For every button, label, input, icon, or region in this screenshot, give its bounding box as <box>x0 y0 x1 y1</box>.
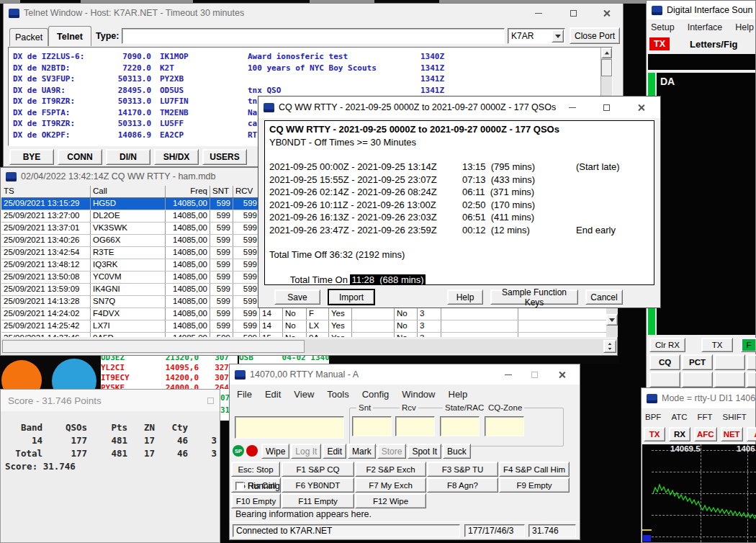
type-input[interactable] <box>122 28 505 44</box>
mode-toggle-button[interactable]: TX <box>644 427 665 441</box>
telnet-command-button[interactable]: BYE <box>9 149 54 165</box>
log-column-header[interactable]: SNT <box>210 186 233 197</box>
rtty-action-button[interactable]: Mark <box>348 444 376 459</box>
spectrum-display[interactable]: 14069.5 1406 <box>652 444 756 542</box>
di-macro-pct-button[interactable]: PCT <box>682 354 713 370</box>
sample-function-keys-button[interactable]: Sample Function Keys <box>490 290 578 305</box>
telnet-command-button[interactable]: DI/N <box>106 149 150 165</box>
snt-field[interactable] <box>352 416 392 436</box>
bandmap-entry[interactable]: IT9ECY 14200,0 307 <box>101 373 238 383</box>
scroll-down-button[interactable] <box>606 314 618 326</box>
mode-menu-item[interactable]: BPF <box>645 413 661 421</box>
minimize-button[interactable] <box>526 4 551 22</box>
function-key-button[interactable]: F2 S&P Exch <box>355 462 426 477</box>
telnet-titlebar[interactable]: Telnet Window - Host: K7AR.NET - Timeout… <box>4 4 623 22</box>
function-key-button[interactable]: F6 YB0NDT <box>282 477 354 493</box>
di-menu-item[interactable]: Interface <box>688 22 723 32</box>
function-key-button[interactable]: F8 Agn? <box>427 477 498 493</box>
log-row[interactable]: 25/09/2021 14:27:46 9A5D 14085,00 599 59… <box>1 333 606 337</box>
di-macro-empty-button[interactable] <box>747 354 756 370</box>
mode-toggle-button[interactable]: A <box>747 427 756 441</box>
function-key-button[interactable]: F12 Wipe <box>355 493 426 508</box>
rtty-menu-item[interactable]: Help <box>449 389 468 400</box>
function-key-button[interactable]: F3 S&P TU <box>427 462 498 477</box>
cancel-button[interactable]: Cancel <box>585 290 623 305</box>
sp-indicator[interactable]: SP <box>233 445 244 457</box>
log-column-header[interactable]: Freq <box>166 186 210 197</box>
telnet-command-button[interactable]: USERS <box>202 149 247 165</box>
mode-toggle-button[interactable]: RX <box>669 427 690 441</box>
function-key-button[interactable]: F11 Empty <box>282 493 354 508</box>
function-key-button[interactable]: F1 S&P CQ <box>282 462 354 477</box>
zone-field[interactable] <box>485 416 524 436</box>
rtty-menu-item[interactable]: File <box>237 389 252 400</box>
scroll-up-button[interactable] <box>601 48 612 58</box>
score-titlebar[interactable]: Score - 31.746 Points <box>1 390 220 411</box>
close-button[interactable] <box>594 4 618 22</box>
maximize-button[interactable] <box>594 97 618 118</box>
tx-indicator[interactable] <box>246 445 258 457</box>
callsign-field[interactable] <box>235 416 344 439</box>
di-macro-empty-button[interactable] <box>714 372 745 387</box>
tab-telnet[interactable]: Telnet <box>48 26 91 46</box>
di-menu-item[interactable]: Help <box>735 22 754 32</box>
telegram-icon[interactable] <box>52 359 96 392</box>
function-key-button[interactable]: F10 Empty <box>231 493 281 508</box>
di-macro-empty-button[interactable] <box>714 354 745 370</box>
score-window-button[interactable] <box>201 390 220 411</box>
mode-menu-item[interactable]: ATC <box>671 413 687 421</box>
port-combobox[interactable]: K7AR <box>508 28 565 44</box>
firefox-icon[interactable] <box>1 360 42 392</box>
mode-toggle-button[interactable]: AFC <box>694 427 717 441</box>
log-column-header[interactable]: Call <box>91 186 166 197</box>
close-port-button[interactable]: Close Port <box>570 27 620 44</box>
di-menu-item[interactable]: Setup <box>651 22 675 32</box>
hscroll-spinner[interactable] <box>603 340 616 353</box>
hscroll-thumb[interactable] <box>2 340 305 353</box>
log-row[interactable]: 25/09/2021 14:24:02 F4DVX 14085,00 599 5… <box>1 308 606 320</box>
close-button[interactable] <box>549 364 574 385</box>
rtty-action-button[interactable]: Spot It <box>408 444 441 459</box>
maximize-button[interactable] <box>561 4 585 22</box>
help-button[interactable]: Help <box>447 290 483 305</box>
rtty-menu-item[interactable]: Window <box>402 389 435 400</box>
di-clear-rx-button[interactable]: Clr RX <box>649 338 685 352</box>
import-button[interactable]: Import <box>328 290 374 305</box>
rtty-titlebar[interactable]: 14070,00 RTTY Manual - A <box>230 364 580 385</box>
function-key-button[interactable]: F7 My Exch <box>355 477 426 493</box>
di-tx-button[interactable]: TX <box>701 338 733 352</box>
mode-toggle-button[interactable]: NET <box>721 427 743 441</box>
close-button[interactable] <box>629 97 653 118</box>
rcv-field[interactable] <box>395 416 435 436</box>
rtty-action-button[interactable]: Buck <box>443 444 471 459</box>
log-column-header[interactable]: TS <box>1 186 91 197</box>
di-tx-badge[interactable]: TX <box>649 37 670 50</box>
state-field[interactable] <box>440 416 480 436</box>
log-row[interactable]: 25/09/2021 14:25:42 LX7I 14085,00 599 59… <box>1 320 606 333</box>
port-combobox-dropdown[interactable] <box>552 30 564 42</box>
bandmap-entry[interactable]: YL2CI 14095,6 327 <box>101 363 238 373</box>
di-rx-display[interactable]: DA <box>657 73 755 335</box>
minimize-button[interactable] <box>560 97 585 118</box>
rtty-action-button[interactable]: Wipe <box>261 444 289 459</box>
rtty-menu-item[interactable]: View <box>294 389 314 400</box>
function-key-button[interactable]: F4 S&P Call Him <box>499 462 570 477</box>
tab-packet[interactable]: Packet <box>9 28 48 46</box>
telnet-command-button[interactable]: CONN <box>58 149 102 165</box>
maximize-button[interactable] <box>522 364 546 385</box>
mode-titlebar[interactable]: Mode = rtty-U DI1 14068 <box>642 388 755 408</box>
mode-menu-item[interactable]: FFT <box>698 413 713 421</box>
rtty-menu-item[interactable]: Tools <box>327 389 348 400</box>
save-button[interactable]: Save <box>274 290 320 305</box>
di-macro-cq-button[interactable]: CQ <box>649 354 680 370</box>
running-checkbox[interactable]: Running <box>235 481 280 491</box>
mode-menu-item[interactable]: SHIFT <box>723 413 747 421</box>
esc-stop-button[interactable]: Esc: Stop <box>231 462 280 477</box>
log-hscrollbar[interactable] <box>1 339 617 354</box>
rtty-action-button[interactable]: Edit <box>323 444 346 459</box>
minimize-button[interactable] <box>496 364 521 385</box>
rtty-menu-item[interactable]: Config <box>362 389 390 400</box>
offtimes-titlebar[interactable]: CQ WW RTTY - 2021-09-25 0000Z to 2021-09… <box>258 97 660 118</box>
di-titlebar[interactable]: Digital Interface Soun <box>647 1 755 19</box>
di-rx-freeze-button[interactable]: F <box>741 338 756 352</box>
